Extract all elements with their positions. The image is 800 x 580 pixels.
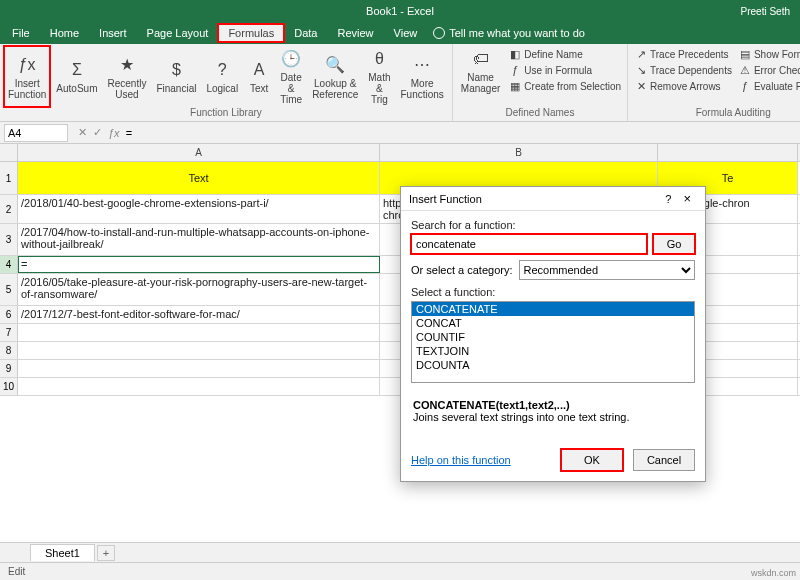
- trace-dependents-button[interactable]: ↘Trace Dependents: [632, 62, 734, 78]
- financial-icon: $: [165, 59, 187, 81]
- cell[interactable]: Text: [18, 162, 380, 194]
- list-item[interactable]: DCOUNTA: [412, 358, 694, 372]
- dialog-titlebar[interactable]: Insert Function ? ×: [401, 187, 705, 211]
- select-function-label: Select a function:: [411, 286, 695, 298]
- new-sheet-button[interactable]: +: [97, 545, 115, 561]
- math-button[interactable]: θMath & Trig: [364, 46, 394, 107]
- text-button[interactable]: AText: [244, 46, 274, 107]
- remove-arrows-button[interactable]: ✕Remove Arrows: [632, 78, 734, 94]
- enter-icon[interactable]: ✓: [93, 126, 102, 139]
- cell[interactable]: /2017/04/how-to-install-and-run-multiple…: [18, 224, 380, 255]
- define-name-button[interactable]: ◧Define Name: [506, 46, 623, 62]
- go-button[interactable]: Go: [653, 234, 695, 254]
- use-icon: ƒ: [508, 63, 522, 77]
- list-item[interactable]: CONCATENATE: [412, 302, 694, 316]
- use-in-formula-button[interactable]: ƒUse in Formula: [506, 62, 623, 78]
- recently-used-button[interactable]: ★Recently Used: [104, 46, 151, 107]
- sheet-tabs: Sheet1 +: [0, 542, 800, 562]
- cell[interactable]: [18, 378, 380, 395]
- active-cell[interactable]: =: [18, 256, 380, 273]
- trace-precedents-button[interactable]: ↗Trace Precedents: [632, 46, 734, 62]
- cell[interactable]: [18, 342, 380, 359]
- tell-me[interactable]: Tell me what you want to do: [433, 27, 585, 39]
- remove-icon: ✕: [634, 79, 648, 93]
- logical-button[interactable]: ?Logical: [202, 46, 242, 107]
- col-header-a[interactable]: A: [18, 144, 380, 161]
- ok-button[interactable]: OK: [561, 449, 623, 471]
- evaluate-formula-button[interactable]: ƒEvaluate Formula: [736, 78, 800, 94]
- error-checking-button[interactable]: ⚠Error Checking: [736, 62, 800, 78]
- col-header-c[interactable]: [658, 144, 798, 161]
- row-header[interactable]: 4: [0, 256, 18, 273]
- row-header[interactable]: 9: [0, 360, 18, 377]
- financial-button[interactable]: $Financial: [152, 46, 200, 107]
- row-header[interactable]: 6: [0, 306, 18, 323]
- error-icon: ⚠: [738, 63, 752, 77]
- row-header[interactable]: 3: [0, 224, 18, 255]
- autosum-button[interactable]: ΣAutoSum: [52, 46, 101, 107]
- help-icon[interactable]: ?: [659, 193, 677, 205]
- list-item[interactable]: TEXTJOIN: [412, 344, 694, 358]
- row-header[interactable]: 10: [0, 378, 18, 395]
- insert-function-button[interactable]: ƒxInsert Function: [4, 46, 50, 107]
- date-time-button[interactable]: 🕒Date & Time: [276, 46, 306, 107]
- formula-bar[interactable]: ✕ ✓ ƒx =: [72, 126, 138, 139]
- tab-data[interactable]: Data: [284, 24, 327, 42]
- cancel-button[interactable]: Cancel: [633, 449, 695, 471]
- function-desc-text: Joins several text strings into one text…: [413, 411, 629, 423]
- fx-icon[interactable]: ƒx: [108, 127, 120, 139]
- account-name[interactable]: Preeti Seth: [741, 6, 790, 17]
- row-header[interactable]: 1: [0, 162, 18, 194]
- show-formulas-button[interactable]: ▤Show Formulas: [736, 46, 800, 62]
- row-header[interactable]: 2: [0, 195, 18, 223]
- lookup-button[interactable]: 🔍Lookup & Reference: [308, 46, 362, 107]
- cell[interactable]: /2017/12/7-best-font-editor-software-for…: [18, 306, 380, 323]
- row-header[interactable]: 8: [0, 342, 18, 359]
- group-formula-auditing: ↗Trace Precedents ↘Trace Dependents ✕Rem…: [628, 44, 800, 121]
- tab-review[interactable]: Review: [327, 24, 383, 42]
- group-label: Defined Names: [457, 107, 623, 119]
- function-list[interactable]: CONCATENATE CONCAT COUNTIF TEXTJOIN DCOU…: [411, 301, 695, 383]
- search-input[interactable]: [411, 234, 647, 254]
- cell[interactable]: [18, 324, 380, 341]
- tab-insert[interactable]: Insert: [89, 24, 137, 42]
- mode-indicator: Edit: [8, 566, 25, 577]
- more-functions-button[interactable]: ⋯More Functions: [397, 46, 448, 107]
- cell[interactable]: /2018/01/40-best-google-chrome-extension…: [18, 195, 380, 223]
- col-header-b[interactable]: B: [380, 144, 658, 161]
- ribbon-tabs: File Home Insert Page Layout Formulas Da…: [0, 22, 800, 44]
- name-box[interactable]: [4, 124, 68, 142]
- status-bar: Edit wskdn.com: [0, 562, 800, 580]
- tab-file[interactable]: File: [2, 24, 40, 42]
- sheet-tab[interactable]: Sheet1: [30, 544, 95, 561]
- group-defined-names: 🏷Name Manager ◧Define Name ƒUse in Formu…: [453, 44, 628, 121]
- ribbon: ƒxInsert Function ΣAutoSum ★Recently Use…: [0, 44, 800, 122]
- category-select[interactable]: Recommended: [519, 260, 696, 280]
- row-header[interactable]: 5: [0, 274, 18, 305]
- cancel-icon[interactable]: ✕: [78, 126, 87, 139]
- bulb-icon: [433, 27, 445, 39]
- tab-formulas[interactable]: Formulas: [218, 24, 284, 42]
- lookup-icon: 🔍: [324, 54, 346, 76]
- group-label: Formula Auditing: [632, 107, 800, 119]
- name-manager-button[interactable]: 🏷Name Manager: [457, 46, 504, 96]
- select-all-corner[interactable]: [0, 144, 18, 161]
- help-link[interactable]: Help on this function: [411, 454, 551, 466]
- tab-home[interactable]: Home: [40, 24, 89, 42]
- row-header[interactable]: 7: [0, 324, 18, 341]
- tab-view[interactable]: View: [384, 24, 428, 42]
- close-icon[interactable]: ×: [677, 191, 697, 206]
- precedent-icon: ↗: [634, 47, 648, 61]
- create-icon: ▦: [508, 79, 522, 93]
- text-icon: A: [248, 59, 270, 81]
- recent-icon: ★: [116, 54, 138, 76]
- list-item[interactable]: COUNTIF: [412, 330, 694, 344]
- create-from-selection-button[interactable]: ▦Create from Selection: [506, 78, 623, 94]
- list-item[interactable]: CONCAT: [412, 316, 694, 330]
- cell[interactable]: /2016/05/take-pleasure-at-your-risk-porn…: [18, 274, 380, 305]
- tell-me-label: Tell me what you want to do: [449, 27, 585, 39]
- tag-icon: 🏷: [470, 48, 492, 70]
- cell[interactable]: [18, 360, 380, 377]
- watermark: wskdn.com: [751, 568, 796, 578]
- tab-page-layout[interactable]: Page Layout: [137, 24, 219, 42]
